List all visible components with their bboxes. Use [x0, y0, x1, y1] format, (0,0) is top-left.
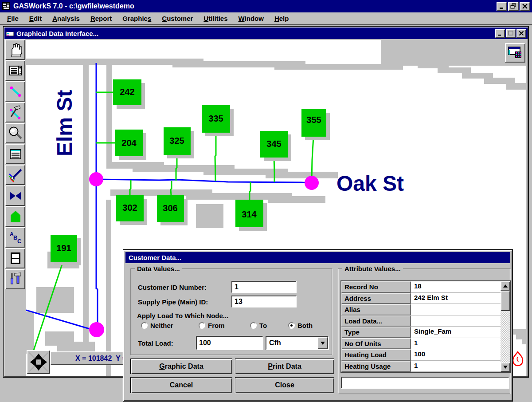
attr-value-cell[interactable]: Single_Fam	[411, 327, 501, 338]
restore-button[interactable]	[508, 2, 519, 11]
supply-pipe-label: Supply Pipe (Main) ID:	[138, 298, 208, 306]
menu-utilities[interactable]: Utilities	[198, 15, 233, 22]
redraw-button[interactable]	[5, 165, 25, 185]
text-tool-button[interactable]: A B C	[5, 227, 25, 248]
load-units-combobox[interactable]: Cfh	[266, 336, 329, 350]
menu-report[interactable]: Report	[85, 15, 117, 22]
hand-pan-icon	[8, 42, 23, 58]
radio-circle-selected[interactable]	[288, 322, 295, 329]
dialog-titlebar[interactable]: Customer Data...	[125, 252, 510, 263]
hammer-pipe-icon	[8, 104, 23, 120]
radio-circle[interactable]	[250, 322, 257, 329]
menu-analysis[interactable]: Analysis	[47, 15, 85, 22]
edit-pipe-button[interactable]	[5, 102, 25, 122]
table-row[interactable]: Heating Load 100	[341, 349, 510, 361]
customer-id-input[interactable]	[231, 281, 297, 293]
node-oak-west[interactable]	[89, 172, 103, 186]
radio-from[interactable]: From	[199, 322, 225, 329]
view-window-button[interactable]	[5, 248, 25, 268]
pan-arrows-icon	[28, 352, 49, 372]
gdi-maximize-button[interactable]	[506, 29, 516, 38]
scroll-up-button[interactable]	[501, 281, 510, 291]
attribute-scrollbar[interactable]	[501, 281, 510, 372]
svg-text:191: 191	[56, 243, 71, 253]
add-pipe-button[interactable]	[5, 81, 25, 102]
attr-name-cell: Address	[341, 293, 411, 304]
radio-both[interactable]: Both	[288, 322, 313, 329]
attr-value-cell[interactable]: 1	[411, 361, 501, 372]
pipe-diagonal[interactable]	[26, 310, 91, 329]
menu-graphics[interactable]: Graphics	[117, 15, 156, 22]
table-row[interactable]: Address 242 Elm St	[341, 293, 510, 304]
node-elm-south[interactable]	[89, 322, 104, 337]
data-values-group: Data Values... Customer ID Number: Suppl…	[130, 268, 332, 355]
valve-bowtie-icon	[8, 188, 23, 204]
pipe-oak[interactable]	[96, 179, 311, 183]
svg-text:355: 355	[306, 115, 321, 125]
menu-window[interactable]: Window	[233, 15, 269, 22]
table-row[interactable]: No Of Units 1	[341, 338, 510, 350]
total-load-input[interactable]	[196, 336, 263, 350]
total-load-label: Total Load:	[138, 339, 173, 347]
combo-dropdown-button[interactable]	[317, 337, 328, 349]
svg-text:B: B	[13, 234, 17, 241]
attribute-values-group: Attribute Values... Record No 18 Address…	[338, 268, 511, 394]
data-screen-button[interactable]	[505, 43, 525, 63]
radio-neither[interactable]: Neither	[141, 322, 173, 329]
valve-button[interactable]	[5, 185, 25, 206]
radio-circle[interactable]	[141, 322, 148, 329]
minimize-button[interactable]	[497, 2, 507, 11]
table-row[interactable]: Heating Usage 1	[341, 361, 510, 372]
close-button-dialog[interactable]: Close	[235, 377, 334, 393]
close-button[interactable]	[520, 2, 530, 11]
attr-name-cell: No Of Units	[341, 338, 411, 350]
pan-arrows-button[interactable]	[27, 350, 50, 374]
attr-value-cell[interactable]	[411, 304, 501, 315]
zoom-tool-button[interactable]	[5, 123, 25, 143]
supply-pipe-input[interactable]	[231, 296, 297, 307]
pan-tool-button[interactable]	[5, 39, 25, 60]
attr-value-cell[interactable]	[411, 315, 501, 327]
menu-customer[interactable]: Customer	[156, 15, 198, 22]
data-list-button[interactable]	[5, 60, 25, 81]
node-oak-east[interactable]	[305, 176, 319, 190]
scrollbar-thumb[interactable]	[501, 291, 510, 311]
customer-id-label: Customer ID Number:	[138, 284, 207, 291]
close-icon	[519, 31, 524, 36]
data-values-group-label: Data Values...	[135, 265, 182, 272]
radio-to[interactable]: To	[250, 322, 267, 329]
customer-data-dialog: Customer Data... Data Values... Customer…	[123, 250, 512, 401]
attr-value-cell[interactable]: 242 Elm St	[411, 293, 501, 304]
attr-value-cell[interactable]: 1	[411, 338, 501, 350]
gdi-close-button[interactable]	[516, 29, 526, 38]
attr-name-cell: Heating Usage	[341, 361, 411, 372]
radio-circle[interactable]	[199, 322, 205, 329]
pipe-elm[interactable]	[96, 63, 98, 328]
report-button[interactable]	[5, 144, 25, 164]
minimize-icon	[499, 3, 505, 9]
magnifier-icon	[8, 125, 23, 141]
tools-button[interactable]	[5, 269, 25, 289]
table-row[interactable]: Type Single_Fam	[341, 327, 510, 338]
menu-file[interactable]: File	[2, 15, 24, 22]
menu-help[interactable]: Help	[269, 15, 294, 22]
table-row[interactable]: Alias	[341, 304, 510, 315]
attr-value-cell[interactable]: 100	[411, 349, 501, 361]
print-data-button[interactable]: Print Data	[235, 359, 334, 374]
menu-edit[interactable]: Edit	[24, 15, 47, 22]
scroll-down-button[interactable]	[501, 363, 510, 372]
radio-label: From	[208, 322, 225, 329]
table-row[interactable]: Load Data...	[341, 315, 510, 327]
cancel-button[interactable]: Cancel	[130, 377, 232, 393]
graphic-data-button[interactable]: Graphic Data	[130, 359, 232, 374]
app-title: GASWorkS 7.0 - c:\gwfile\westdemo	[13, 2, 496, 10]
gdi-minimize-button[interactable]	[495, 29, 505, 38]
gdi-title: Graphical Data Interface...	[16, 30, 494, 37]
attr-name-cell: Heating Load	[341, 349, 411, 361]
attribute-entry-input[interactable]	[341, 377, 509, 389]
close-icon	[522, 3, 528, 9]
attr-value-cell[interactable]: 18	[411, 281, 501, 293]
customer-button[interactable]	[5, 206, 25, 227]
arrow-down-icon	[503, 366, 508, 371]
table-row[interactable]: Record No 18	[341, 281, 510, 293]
